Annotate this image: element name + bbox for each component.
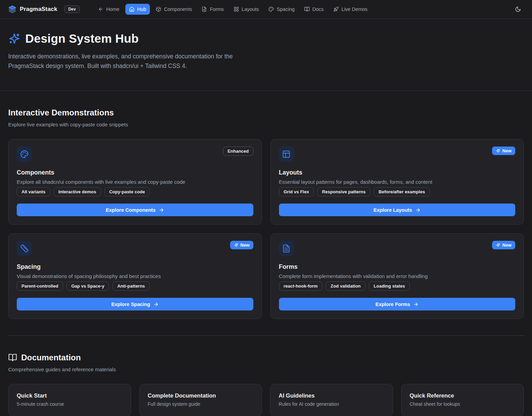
doc-card-title: Complete Documentation <box>148 392 254 399</box>
sparkles-icon <box>496 243 500 247</box>
button-label: Explore Forms <box>375 302 410 307</box>
nav-item-label: Docs <box>312 6 324 12</box>
card-description: Visual demonstrations of spacing philoso… <box>17 273 253 279</box>
nav-item-docs[interactable]: Docs <box>300 4 327 15</box>
card-title: Components <box>17 169 253 176</box>
nav-item-spacing[interactable]: Spacing <box>265 4 298 15</box>
nav-item-layouts[interactable]: Layouts <box>230 4 263 15</box>
documentation-section: Documentation Comprehensive guides and r… <box>8 353 524 416</box>
rocket-icon <box>333 6 339 12</box>
demos-section-title: Interactive Demonstrations <box>8 108 524 117</box>
tag: Zod validation <box>326 281 365 291</box>
book-open-icon <box>304 6 310 12</box>
arrow-right-icon <box>415 207 421 213</box>
documentation-section-subtitle: Comprehensive guides and reference mater… <box>8 366 524 372</box>
nav-item-components[interactable]: Components <box>152 4 196 15</box>
arrow-right-icon <box>413 302 419 307</box>
doc-card-quick-reference[interactable]: Quick Reference Cheat sheet for lookups <box>401 384 524 416</box>
tag-row: Parent-controlled Gap vs Space-y Anti-pa… <box>17 281 253 291</box>
doc-card-grid: Quick Start 5-minute crash course Comple… <box>8 384 524 416</box>
nav-item-label: Home <box>106 6 120 12</box>
badge-label: New <box>502 242 512 248</box>
tag: Responsive patterns <box>317 187 370 196</box>
hero-section: Design System Hub Interactive demonstrat… <box>0 19 532 91</box>
nav-item-label: Hub <box>137 6 146 12</box>
explore-spacing-button[interactable]: Explore Spacing <box>17 298 253 310</box>
demo-card-layouts: New Layouts Essential layout patterns fo… <box>270 139 524 225</box>
button-label: Explore Components <box>106 207 156 213</box>
demo-card-spacing: New Spacing Visual demonstrations of spa… <box>8 233 262 319</box>
nav-item-hub[interactable]: Hub <box>125 4 150 15</box>
doc-card-subtitle: Full design system guide <box>148 401 254 407</box>
new-badge: New <box>492 147 515 155</box>
arrow-left-icon <box>98 6 103 12</box>
status-badge: Enhanced <box>223 147 253 156</box>
navbar: PragmaStack Dev Home Hub Components Form… <box>0 0 532 19</box>
doc-card-title: Quick Start <box>17 392 123 399</box>
palette-icon <box>268 6 274 12</box>
palette-icon <box>17 147 32 162</box>
doc-card-title: Quick Reference <box>410 392 516 399</box>
arrow-right-icon <box>159 207 164 213</box>
card-title: Spacing <box>17 263 253 271</box>
main-content: Interactive Demonstrations Explore live … <box>0 108 532 416</box>
tag-row: All variants Interactive demos Copy-past… <box>17 187 253 196</box>
page-title: Design System Hub <box>25 32 139 45</box>
box-icon <box>156 6 161 12</box>
doc-card-ai-guidelines[interactable]: AI Guidelines Rules for AI code generati… <box>270 384 393 416</box>
arrow-right-icon <box>153 302 159 307</box>
tag-row: Grid vs Flex Responsive patterns Before/… <box>279 187 516 196</box>
tag: Parent-controlled <box>17 281 63 291</box>
demo-card-forms: New Forms Complete form implementations … <box>270 233 524 319</box>
doc-card-subtitle: Cheat sheet for lookups <box>410 401 516 407</box>
new-badge: New <box>492 241 515 249</box>
brand[interactable]: PragmaStack Dev <box>8 5 80 13</box>
button-label: Explore Spacing <box>111 302 150 307</box>
page-description: Interactive demonstrations, live example… <box>8 52 263 71</box>
badge-label: New <box>502 148 512 153</box>
tag: All variants <box>17 187 50 196</box>
book-open-icon <box>8 353 17 362</box>
badge-label: New <box>240 242 250 248</box>
nav-item-live-demos[interactable]: Live Demos <box>330 4 372 15</box>
card-description: Essential layout patterns for pages, das… <box>279 179 516 185</box>
dev-badge: Dev <box>64 5 80 13</box>
doc-card-subtitle: Rules for AI code generation <box>279 401 384 407</box>
doc-card-complete-documentation[interactable]: Complete Documentation Full design syste… <box>139 384 262 416</box>
nav-items: Home Hub Components Forms Layouts Spacin… <box>94 4 371 15</box>
sparkles-icon <box>234 243 238 247</box>
documentation-section-title: Documentation <box>21 353 81 362</box>
tag: Grid vs Flex <box>279 187 314 196</box>
card-title: Forms <box>279 263 516 271</box>
doc-card-subtitle: 5-minute crash course <box>17 401 123 407</box>
sparkles-icon <box>496 149 500 153</box>
explore-components-button[interactable]: Explore Components <box>17 204 253 216</box>
button-label: Explore Layouts <box>374 207 412 213</box>
nav-item-label: Components <box>164 6 192 12</box>
explore-forms-button[interactable]: Explore Forms <box>279 298 516 310</box>
layers-logo-icon <box>8 5 16 13</box>
layout-icon <box>279 147 294 162</box>
demo-card-grid: Enhanced Components Explore all shadcn/u… <box>8 139 524 319</box>
tag: react-hook-form <box>279 281 323 291</box>
layout-grid-icon <box>234 6 239 12</box>
file-text-icon <box>201 6 207 12</box>
nav-item-label: Spacing <box>277 6 294 12</box>
nav-item-forms[interactable]: Forms <box>198 4 227 15</box>
doc-card-title: AI Guidelines <box>279 392 384 399</box>
tag: Anti-patterns <box>112 281 150 291</box>
demos-section-subtitle: Explore live examples with copy-paste co… <box>8 122 524 127</box>
ruler-icon <box>17 241 32 256</box>
tag: Loading states <box>369 281 410 291</box>
doc-card-quick-start[interactable]: Quick Start 5-minute crash course <box>8 384 131 416</box>
nav-item-label: Forms <box>210 6 224 12</box>
card-title: Layouts <box>279 169 516 176</box>
card-description: Complete form implementations with valid… <box>279 273 516 279</box>
tag: Before/after examples <box>374 187 430 196</box>
demo-card-components: Enhanced Components Explore all shadcn/u… <box>8 139 262 225</box>
nav-item-label: Live Demos <box>341 6 368 12</box>
theme-toggle-button[interactable] <box>512 3 524 15</box>
moon-icon <box>515 6 521 12</box>
nav-item-home[interactable]: Home <box>94 4 123 15</box>
explore-layouts-button[interactable]: Explore Layouts <box>279 204 516 216</box>
